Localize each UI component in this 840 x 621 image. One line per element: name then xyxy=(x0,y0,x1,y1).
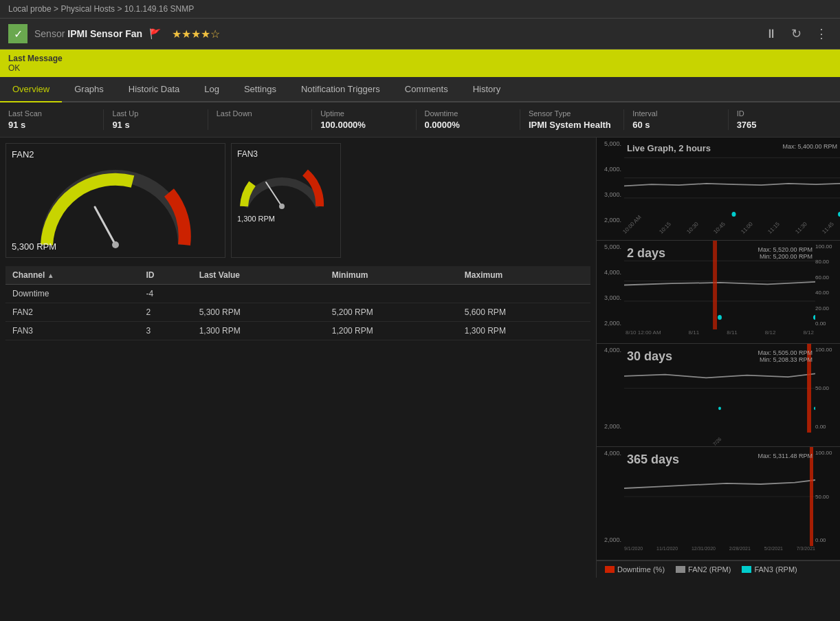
cell-minimum xyxy=(325,285,458,303)
sensor-stars: ★★★★☆ xyxy=(172,28,220,41)
col-last-value[interactable]: Last Value xyxy=(192,266,325,285)
svg-line-0 xyxy=(95,207,115,245)
cell-minimum: 5,200 RPM xyxy=(325,303,458,322)
more-button[interactable]: ⋮ xyxy=(811,25,832,43)
stat-id: ID 3765 xyxy=(729,109,832,130)
fan3-gauge-svg xyxy=(237,162,327,210)
refresh-button[interactable]: ↻ xyxy=(787,25,806,43)
chart-30days-title: 30 days xyxy=(627,349,672,364)
fan2-value: 5,300 RPM xyxy=(12,241,56,252)
cell-maximum: 5,600 RPM xyxy=(458,303,590,322)
cell-id: 3 xyxy=(139,322,192,340)
chart-2days: 5,000. 4,000. 3,000. 2,000. 100.00 80.00… xyxy=(597,241,840,344)
cell-last-value: 5,300 RPM xyxy=(192,303,325,322)
stat-interval: Interval 60 s xyxy=(624,109,728,130)
legend-fan2: FAN2 (RPM) xyxy=(676,565,731,574)
stats-row: Last Scan 91 s Last Up 91 s Last Down Up… xyxy=(0,102,840,138)
fan2-gauge-container: FAN2 0 RPM 26,670 RPM 5,300 RPM xyxy=(5,143,225,258)
tab-overview[interactable]: Overview xyxy=(0,77,62,102)
stat-last-up: Last Up 91 s xyxy=(104,109,208,130)
cell-channel: FAN3 xyxy=(5,322,139,340)
col-maximum[interactable]: Maximum xyxy=(458,266,590,285)
gauges-area: FAN2 0 RPM 26,670 RPM 5,300 RPM xyxy=(5,143,590,258)
chart-2days-maxmin: Max: 5,520.00 RPMMin: 5,200.00 RPM xyxy=(758,246,813,260)
cell-channel: Downtime xyxy=(5,285,139,303)
cell-id: 2 xyxy=(139,303,192,322)
svg-point-17 xyxy=(718,315,722,320)
tab-historic-data[interactable]: Historic Data xyxy=(116,77,192,102)
fan3-gauge-container: FAN3 1,300 RPM xyxy=(231,143,341,258)
fan3-value: 1,300 RPM xyxy=(237,215,335,223)
tab-log[interactable]: Log xyxy=(192,77,232,102)
svg-point-10 xyxy=(732,212,736,217)
pause-button[interactable]: ⏸ xyxy=(761,25,782,43)
cell-channel: FAN2 xyxy=(5,303,139,322)
header-controls: ⏸ ↻ ⋮ xyxy=(761,25,832,43)
breadcrumb-physical-hosts[interactable]: Physical Hosts xyxy=(60,4,115,14)
stat-uptime: Uptime 100.0000% xyxy=(312,109,416,130)
fan3-label: FAN3 xyxy=(237,149,335,159)
legend-fan3: FAN3 (RPM) xyxy=(742,565,797,574)
chart-live: 5,000. 4,000. 3,000. 2,000. Live Graph, … xyxy=(597,138,840,241)
cell-id: -4 xyxy=(139,285,192,303)
chart-legend: Downtime (%) FAN2 (RPM) FAN3 (RPM) xyxy=(597,560,840,578)
col-channel[interactable]: Channel ▲ xyxy=(5,266,139,285)
chart-365days-title: 365 days xyxy=(627,453,679,467)
status-check-icon: ✓ xyxy=(8,24,27,43)
stat-downtime: Downtime 0.0000% xyxy=(417,109,520,130)
svg-rect-16 xyxy=(713,241,717,329)
stat-last-down: Last Down xyxy=(208,109,312,130)
left-panel: FAN2 0 RPM 26,670 RPM 5,300 RPM xyxy=(0,138,596,578)
stat-last-scan: Last Scan 91 s xyxy=(8,109,104,130)
tab-bar: Overview Graphs Historic Data Log Settin… xyxy=(0,77,840,102)
legend-fan3-label: FAN3 (RPM) xyxy=(754,565,797,574)
legend-downtime: Downtime (%) xyxy=(605,565,665,574)
fan2-label: FAN2 xyxy=(12,149,219,160)
svg-point-22 xyxy=(718,406,721,410)
svg-point-1 xyxy=(112,241,119,248)
chart-365days-max: Max: 5,311.48 RPM xyxy=(758,453,813,459)
table-row: FAN2 2 5,300 RPM 5,200 RPM 5,600 RPM xyxy=(5,303,590,322)
cell-maximum: 1,300 RPM xyxy=(458,322,590,340)
tab-settings[interactable]: Settings xyxy=(232,77,289,102)
fan2-gauge-svg: 0 RPM 26,670 RPM xyxy=(26,162,205,252)
tab-notification-triggers[interactable]: Notification Triggers xyxy=(289,77,393,102)
data-table: Channel ▲ ID Last Value Minimum Maximum … xyxy=(5,266,590,340)
right-panel: 5,000. 4,000. 3,000. 2,000. Live Graph, … xyxy=(596,138,840,578)
cell-last-value: 1,300 RPM xyxy=(192,322,325,340)
chart-live-title: Live Graph, 2 hours xyxy=(627,143,711,153)
tab-comments[interactable]: Comments xyxy=(393,77,461,102)
chart-live-max: Max: 5,400.00 RPM xyxy=(782,143,837,150)
legend-fan2-color xyxy=(676,566,685,573)
breadcrumb-local-probe[interactable]: Local probe xyxy=(8,4,52,14)
stat-sensor-type: Sensor Type IPMI System Health xyxy=(520,109,624,130)
col-minimum[interactable]: Minimum xyxy=(325,266,458,285)
chart-365days: 4,000. 2,000. 100.00 50.00 0.00 365 days… xyxy=(597,447,840,560)
svg-text:26,670 RPM: 26,670 RPM xyxy=(148,251,187,252)
table-row: FAN3 3 1,300 RPM 1,200 RPM 1,300 RPM xyxy=(5,322,590,340)
cell-minimum: 1,200 RPM xyxy=(325,322,458,340)
last-message-value: OK xyxy=(8,63,20,73)
tab-graphs[interactable]: Graphs xyxy=(62,77,116,102)
tab-history[interactable]: History xyxy=(461,77,513,102)
last-message-label: Last Message xyxy=(8,54,63,63)
legend-fan3-color xyxy=(742,566,751,573)
legend-fan2-label: FAN2 (RPM) xyxy=(688,565,731,574)
main-content: FAN2 0 RPM 26,670 RPM 5,300 RPM xyxy=(0,138,840,578)
sensor-name: IPMI Sensor Fan xyxy=(67,28,142,39)
last-message-bar: Last Message OK xyxy=(0,50,840,77)
breadcrumb: Local probe > Physical Hosts > 10.1.149.… xyxy=(0,0,840,19)
cell-last-value xyxy=(192,285,325,303)
sensor-label: Sensor xyxy=(34,28,65,39)
legend-downtime-color xyxy=(605,566,615,573)
chart-2days-title: 2 days xyxy=(627,246,665,261)
table-row: Downtime -4 xyxy=(5,285,590,303)
svg-rect-26 xyxy=(810,447,813,546)
col-id[interactable]: ID xyxy=(139,266,192,285)
sensor-header: ✓ Sensor IPMI Sensor Fan 🚩 ★★★★☆ ⏸ ↻ ⋮ xyxy=(0,19,840,50)
legend-downtime-label: Downtime (%) xyxy=(617,565,665,574)
breadcrumb-device: 10.1.149.16 SNMP xyxy=(124,4,194,14)
svg-point-5 xyxy=(279,204,285,209)
chart-30days: 4,000. 2,000. 100.00 50.00 0.00 30 days … xyxy=(597,344,840,447)
chart-30days-maxmin: Max: 5,505.00 RPMMin: 5,208.33 RPM xyxy=(758,349,813,363)
